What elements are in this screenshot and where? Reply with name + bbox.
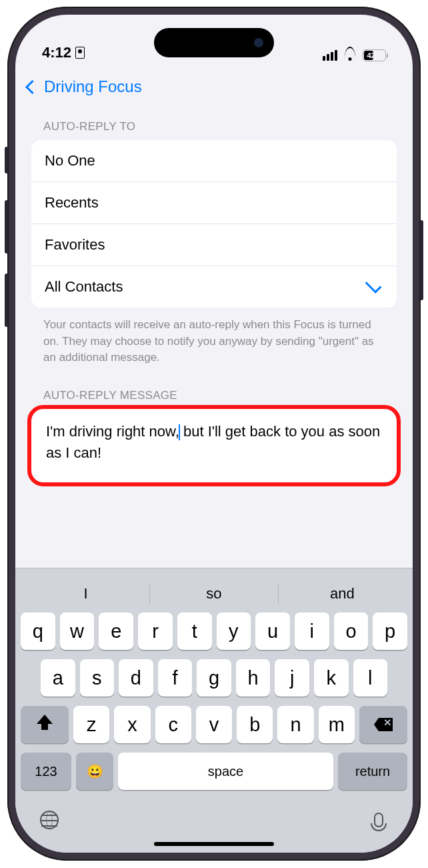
- key-n[interactable]: n: [277, 706, 313, 743]
- key-p[interactable]: p: [373, 612, 407, 650]
- key-row-2: a s d f g h j k l: [15, 659, 413, 697]
- key-k[interactable]: k: [314, 659, 349, 697]
- key-v[interactable]: v: [196, 706, 232, 743]
- suggestion-bar: I so and: [15, 575, 413, 612]
- key-e[interactable]: e: [99, 612, 133, 650]
- key-row-4: 123 😀 space return: [15, 753, 413, 790]
- key-i[interactable]: i: [295, 612, 329, 650]
- key-o[interactable]: o: [334, 612, 369, 650]
- dynamic-island: [154, 28, 274, 57]
- keyboard-bottom: [15, 799, 413, 838]
- key-l[interactable]: l: [353, 659, 388, 697]
- wifi-icon: [343, 50, 357, 61]
- key-a[interactable]: a: [41, 659, 75, 697]
- key-m[interactable]: m: [319, 706, 355, 743]
- shift-icon: [38, 718, 51, 731]
- content-scroll[interactable]: AUTO-REPLY TO No One Recents Favorites A…: [15, 107, 413, 568]
- globe-icon: [40, 811, 59, 829]
- space-key[interactable]: space: [118, 753, 333, 790]
- screen: 4:12 42 Driving Focus AUTO-REPLY TO No O…: [15, 15, 413, 853]
- back-chevron-icon[interactable]: [25, 79, 39, 93]
- key-r[interactable]: r: [138, 612, 173, 650]
- autoreply-message-input[interactable]: I'm driving right now, but I'll get back…: [31, 409, 397, 482]
- status-time: 4:12: [42, 44, 85, 61]
- phone-frame: 4:12 42 Driving Focus AUTO-REPLY TO No O…: [7, 7, 421, 861]
- option-favorites[interactable]: Favorites: [31, 224, 397, 266]
- key-z[interactable]: z: [73, 706, 109, 743]
- suggestion-2[interactable]: so: [150, 585, 277, 602]
- key-f[interactable]: f: [158, 659, 193, 697]
- delete-key[interactable]: [359, 706, 407, 743]
- battery-icon: 42: [363, 49, 386, 61]
- key-x[interactable]: x: [114, 706, 150, 743]
- key-b[interactable]: b: [237, 706, 273, 743]
- key-t[interactable]: t: [177, 612, 212, 650]
- back-button[interactable]: Driving Focus: [44, 77, 142, 96]
- section-header-message: AUTO-REPLY MESSAGE: [43, 389, 397, 402]
- shift-key[interactable]: [21, 706, 69, 743]
- signal-icon: [323, 50, 337, 61]
- suggestion-3[interactable]: and: [279, 585, 406, 602]
- dictation-button[interactable]: [369, 810, 389, 830]
- return-key[interactable]: return: [338, 753, 407, 790]
- message-field-wrap: I'm driving right now, but I'll get back…: [31, 409, 397, 482]
- home-indicator[interactable]: [154, 842, 274, 846]
- nav-bar: Driving Focus: [15, 67, 413, 107]
- checkmark-icon: [365, 277, 382, 294]
- key-row-1: q w e r t y u i o p: [15, 612, 413, 650]
- key-h[interactable]: h: [236, 659, 271, 697]
- numbers-key[interactable]: 123: [21, 753, 71, 790]
- option-no-one[interactable]: No One: [31, 140, 397, 182]
- key-j[interactable]: j: [275, 659, 309, 697]
- globe-button[interactable]: [39, 810, 59, 830]
- key-row-3: z x c v b n m: [15, 706, 413, 743]
- key-s[interactable]: s: [80, 659, 115, 697]
- sim-icon: [75, 47, 85, 59]
- delete-icon: [374, 718, 393, 731]
- key-w[interactable]: w: [60, 612, 95, 650]
- key-g[interactable]: g: [197, 659, 231, 697]
- section-footer: Your contacts will receive an auto-reply…: [43, 317, 385, 366]
- key-q[interactable]: q: [21, 612, 55, 650]
- key-y[interactable]: y: [217, 612, 251, 650]
- option-all-contacts[interactable]: All Contacts: [31, 266, 397, 308]
- mic-icon: [374, 813, 383, 827]
- key-c[interactable]: c: [155, 706, 191, 743]
- emoji-key[interactable]: 😀: [76, 753, 113, 790]
- suggestion-1[interactable]: I: [22, 585, 149, 602]
- keyboard: I so and q w e r t y u i o p a s d f g h…: [15, 568, 413, 853]
- section-header-autoreply-to: AUTO-REPLY TO: [43, 120, 397, 133]
- key-u[interactable]: u: [255, 612, 290, 650]
- option-recents[interactable]: Recents: [31, 182, 397, 224]
- key-d[interactable]: d: [119, 659, 153, 697]
- autoreply-to-group: No One Recents Favorites All Contacts: [31, 140, 397, 308]
